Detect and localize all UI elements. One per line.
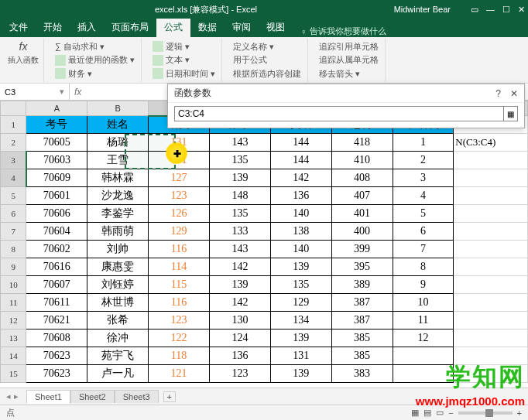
cell[interactable]: 卢一凡: [87, 365, 149, 383]
view-break-icon[interactable]: ▭: [436, 408, 444, 418]
cell[interactable]: 2: [393, 152, 454, 169]
cell[interactable]: 144: [270, 134, 331, 152]
use-formula-button[interactable]: 用于公式: [231, 53, 303, 67]
cell[interactable]: 144: [270, 152, 331, 169]
cell[interactable]: 136: [209, 347, 270, 365]
tab-data[interactable]: 数据: [190, 18, 225, 37]
cell[interactable]: 135: [270, 276, 331, 294]
row-header-15[interactable]: 15: [1, 365, 26, 383]
cell[interactable]: 70606: [26, 205, 87, 223]
cell[interactable]: 70609: [26, 169, 87, 187]
cell[interactable]: [454, 223, 528, 241]
cell[interactable]: 70621: [26, 312, 87, 330]
zoom-in-icon[interactable]: +: [517, 408, 522, 418]
cell[interactable]: 70605: [26, 134, 87, 152]
cell[interactable]: [454, 258, 528, 276]
zoom-controls[interactable]: ▦ ▤ ▭ − +: [411, 408, 522, 418]
row-header-13[interactable]: 13: [1, 330, 26, 347]
cell[interactable]: 139: [270, 365, 331, 383]
cell[interactable]: [454, 169, 528, 187]
cell[interactable]: 70608: [26, 330, 87, 347]
tab-review[interactable]: 审阅: [225, 18, 259, 37]
cell[interactable]: 410: [331, 152, 393, 169]
fx-icon[interactable]: fx: [70, 87, 86, 97]
cell[interactable]: 133: [209, 223, 270, 241]
cell[interactable]: 70611: [26, 294, 87, 312]
trace-precedents-button[interactable]: 追踪引用单元格: [317, 40, 380, 53]
tab-formulas[interactable]: 公式: [156, 18, 190, 37]
maximize-icon[interactable]: ☐: [502, 5, 510, 15]
sheet-tab-2[interactable]: Sheet2: [70, 390, 115, 403]
ribbon-options-icon[interactable]: ▭: [471, 5, 478, 15]
cell[interactable]: 121: [149, 365, 210, 383]
define-name-button[interactable]: 定义名称 ▾: [231, 40, 303, 53]
cell[interactable]: 123: [149, 187, 210, 205]
cell[interactable]: 130: [209, 312, 270, 330]
minimize-icon[interactable]: —: [486, 5, 495, 15]
name-box[interactable]: C3▾: [0, 84, 70, 100]
cell[interactable]: 138: [270, 223, 331, 241]
cell[interactable]: 114: [149, 258, 210, 276]
cell[interactable]: 140: [270, 205, 331, 223]
row-header-14[interactable]: 14: [1, 347, 26, 365]
cell[interactable]: [454, 152, 528, 169]
row-header-6[interactable]: 6: [1, 205, 26, 223]
cell[interactable]: 9: [393, 276, 454, 294]
cell[interactable]: 刘钰婷: [87, 276, 149, 294]
cell[interactable]: 148: [209, 187, 270, 205]
cell[interactable]: 122: [149, 330, 210, 347]
range-input[interactable]: [174, 106, 504, 121]
cell[interactable]: 399: [331, 241, 393, 258]
cell[interactable]: 139: [209, 276, 270, 294]
cell[interactable]: 刘帅: [87, 241, 149, 258]
dialog-titlebar[interactable]: 函数参数 ? ✕: [168, 84, 524, 103]
nav-next-icon[interactable]: ▸: [14, 391, 19, 401]
row-header-2[interactable]: 2: [1, 134, 26, 152]
financial-button[interactable]: 财务 ▾: [53, 67, 136, 80]
cell[interactable]: 123: [209, 365, 270, 383]
expand-dialog-icon[interactable]: ▦: [504, 106, 518, 121]
cell[interactable]: 395: [331, 258, 393, 276]
cell[interactable]: 11: [393, 312, 454, 330]
cell[interactable]: 8: [393, 258, 454, 276]
cell[interactable]: 139: [270, 330, 331, 347]
cell[interactable]: [454, 330, 528, 347]
cell[interactable]: 400: [331, 223, 393, 241]
dialog-close-icon[interactable]: ✕: [510, 88, 518, 99]
cell[interactable]: [454, 187, 528, 205]
cell[interactable]: 苑宇飞: [87, 347, 149, 365]
tab-insert[interactable]: 插入: [70, 18, 104, 37]
row-header-1[interactable]: 1: [1, 116, 26, 134]
cell[interactable]: 韩雨萌: [87, 223, 149, 241]
cell[interactable]: 129: [149, 223, 210, 241]
row-header-3[interactable]: 3: [1, 152, 26, 169]
cell[interactable]: 5: [393, 205, 454, 223]
tab-home[interactable]: 开始: [36, 18, 70, 37]
cell[interactable]: 383: [331, 365, 393, 383]
cell[interactable]: 408: [331, 169, 393, 187]
row-header-4[interactable]: 4: [1, 169, 26, 187]
cell[interactable]: 林世博: [87, 294, 149, 312]
cell[interactable]: [454, 312, 528, 330]
row-header-10[interactable]: 10: [1, 276, 26, 294]
cell[interactable]: 沙龙逸: [87, 187, 149, 205]
header-cell[interactable]: 考号: [26, 116, 87, 134]
dialog-help-icon[interactable]: ?: [495, 88, 501, 99]
cell[interactable]: 70607: [26, 276, 87, 294]
sheet-tab-3[interactable]: Sheet3: [115, 390, 159, 403]
cell[interactable]: 385: [331, 330, 393, 347]
cell[interactable]: 6: [393, 223, 454, 241]
cell[interactable]: 142: [270, 169, 331, 187]
cell[interactable]: [454, 241, 528, 258]
cell[interactable]: [454, 205, 528, 223]
cell[interactable]: 70601: [26, 187, 87, 205]
cell[interactable]: 1: [393, 134, 454, 152]
cell-h2[interactable]: N(C3:C4): [454, 134, 528, 152]
cell[interactable]: 118: [149, 347, 210, 365]
select-all-corner[interactable]: [1, 101, 26, 116]
cell[interactable]: 139: [209, 169, 270, 187]
cell[interactable]: 126: [149, 205, 210, 223]
cell[interactable]: 127: [149, 169, 210, 187]
cell[interactable]: [393, 365, 454, 383]
datetime-button[interactable]: 日期和时间 ▾: [151, 67, 217, 80]
